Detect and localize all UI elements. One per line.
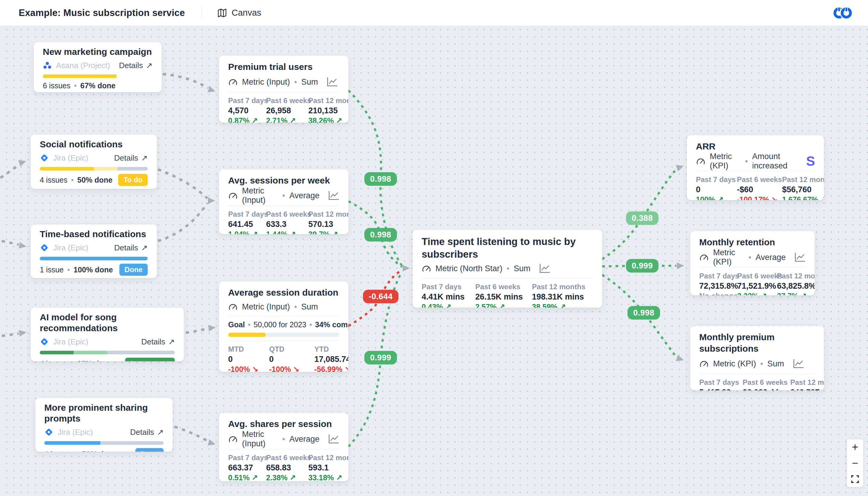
period-delta: 3.32% ↗	[737, 291, 773, 295]
fullscreen-icon	[851, 475, 859, 484]
correlation-badge[interactable]: 0.998	[365, 172, 397, 186]
stripe-logo-icon: S	[806, 155, 815, 167]
project-card-ai-model[interactable]: AI model for song recommendations Jira (…	[31, 308, 184, 361]
separator-dot: •	[748, 253, 751, 262]
progress-bar	[43, 74, 153, 78]
tab-canvas[interactable]: Canvas	[217, 8, 261, 18]
period-delta: 39.7% ↗	[308, 230, 348, 234]
zoom-out-button[interactable]: −	[847, 455, 863, 471]
period-label: Past 12 months	[532, 283, 593, 291]
zoom-in-button[interactable]: +	[847, 439, 863, 455]
details-label: Details	[119, 61, 143, 70]
done-percent: 25% done	[77, 359, 112, 361]
details-link[interactable]: Details ↗	[130, 428, 164, 437]
period-label: Past 12 months	[782, 175, 824, 184]
goal-progress-bar	[228, 333, 339, 337]
gauge-icon	[228, 191, 238, 200]
period-delta: 1,676.67% ↗	[782, 195, 824, 200]
metric-card-monthly-premium-subscriptions[interactable]: Monthly premium subscriptions Metric (KP…	[690, 326, 824, 390]
metric-card-north-star[interactable]: Time spent listening to music by subscri…	[413, 230, 602, 308]
done-percent: 67% done	[80, 81, 115, 90]
metric-aggregation: Sum	[301, 302, 318, 312]
period-delta: 1.04% ↗	[228, 230, 261, 234]
project-card-social-notifications[interactable]: Social notifications Jira (Epic) Details…	[31, 135, 157, 189]
period-value: 32,032.44	[743, 387, 786, 390]
metric-title: Monthly retention	[699, 236, 806, 248]
period-value: 63,825.8%	[777, 281, 815, 291]
line-chart-icon[interactable]	[327, 190, 339, 201]
correlation-badge-weak[interactable]: 0.388	[626, 212, 658, 225]
project-source: Asana (Project)	[43, 61, 110, 70]
period-label: Past 6 weeks	[743, 378, 786, 387]
metric-card-arr[interactable]: ARR Metric (KPI) • Amount increased S Pa…	[687, 135, 824, 200]
project-title: Time-based notifications	[40, 229, 148, 239]
metric-period-column: Past 12 months 570.13 39.7% ↗	[308, 210, 348, 234]
project-source: Jira (Epic)	[44, 428, 93, 437]
line-chart-icon[interactable]	[793, 252, 806, 263]
project-title: New marketing campaign	[43, 46, 153, 57]
correlation-badge[interactable]: 0.999	[365, 351, 397, 365]
line-chart-icon[interactable]	[791, 358, 804, 369]
fullscreen-button[interactable]	[847, 471, 863, 487]
canvas[interactable]: Example: Music subscription service Canv…	[0, 0, 868, 496]
details-link[interactable]: Details ↗	[119, 61, 153, 70]
correlation-badge[interactable]: 0.999	[626, 259, 658, 273]
done-percent: 100% done	[74, 265, 113, 274]
period-label: Past 6 weeks	[266, 96, 304, 105]
issues-summary: 4 issues • 25% done	[40, 359, 112, 361]
correlation-badge[interactable]: 0.998	[365, 228, 397, 242]
period-value: 198.31K mins	[532, 292, 593, 302]
period-value: 593.1	[308, 463, 348, 473]
details-label: Details	[141, 337, 165, 346]
period-value: 71,521.9%	[737, 281, 773, 291]
connector-nmc-premium	[163, 74, 208, 88]
project-source-label: Jira (Epic)	[53, 153, 88, 163]
metric-type: Metric (Input)	[242, 186, 278, 205]
line-chart-icon[interactable]	[327, 433, 339, 445]
app-logo-icon[interactable]	[832, 6, 855, 20]
issues-count: 6 issues	[43, 81, 71, 90]
metric-card-avg-session-duration[interactable]: Average session duration Metric (Input) …	[219, 281, 348, 372]
issues-summary: 4 issues • 50% done	[44, 450, 117, 452]
details-link[interactable]: Details ↗	[114, 243, 148, 252]
metric-title: Average session duration	[228, 287, 339, 298]
separator-dot: •	[760, 359, 763, 369]
period-label: QTD	[269, 345, 310, 354]
correlation-badge[interactable]: 0.998	[627, 306, 660, 320]
workspace-title[interactable]: Example: Music subscription service	[19, 7, 185, 18]
line-chart-icon[interactable]	[538, 263, 551, 274]
metric-card-premium-trial-users[interactable]: Premium trial users Metric (Input) • Sum…	[219, 56, 348, 123]
period-value: 663.37	[228, 463, 261, 473]
done-percent: 50% done	[82, 450, 117, 452]
period-value: -$60	[737, 184, 777, 195]
separator-dot: •	[294, 302, 297, 312]
details-link[interactable]: Details ↗	[114, 153, 148, 163]
metric-period-column: Past 7 days 72,315.8% No change	[699, 272, 733, 295]
project-card-new-marketing-campaign[interactable]: New marketing campaign Asana (Project) D…	[34, 42, 161, 92]
metric-card-monthly-retention[interactable]: Monthly retention Metric (KPI) • Average…	[690, 231, 815, 295]
period-value: 210,135	[308, 106, 348, 116]
period-value: 17,085.74	[314, 354, 348, 364]
metric-card-avg-sessions[interactable]: Avg. sessions per week Metric (Input) • …	[219, 169, 348, 234]
progress-bar	[40, 257, 148, 260]
period-delta: 0.43% ↗	[422, 302, 470, 308]
project-card-sharing-prompts[interactable]: More prominent sharing prompts Jira (Epi…	[35, 398, 173, 452]
period-label: Past 6 weeks	[266, 453, 304, 462]
separator-dot: •	[248, 320, 251, 329]
edge-connector-aimodel	[0, 334, 19, 337]
metric-card-avg-shares[interactable]: Avg. shares per session Metric (Input) •…	[219, 413, 348, 481]
correlation-badge-negative[interactable]: -0.644	[363, 290, 399, 304]
period-value: 0	[228, 354, 264, 364]
period-label: Past 6 weeks	[737, 175, 777, 184]
project-source: Jira (Epic)	[40, 337, 88, 346]
project-title: More prominent sharing prompts	[44, 402, 164, 424]
separator-dot: •	[67, 265, 70, 274]
period-delta: 0.87% ↗	[228, 116, 261, 123]
period-label: MTD	[228, 345, 264, 354]
line-chart-icon[interactable]	[325, 76, 338, 88]
metric-period-column: YTD 17,085.74 -56.99% ↘	[314, 345, 348, 372]
details-link[interactable]: Details ↗	[141, 337, 175, 346]
minus-icon: −	[852, 457, 858, 469]
project-card-time-based-notifications[interactable]: Time-based notifications Jira (Epic) Det…	[31, 224, 157, 278]
progress-segment	[40, 257, 148, 260]
